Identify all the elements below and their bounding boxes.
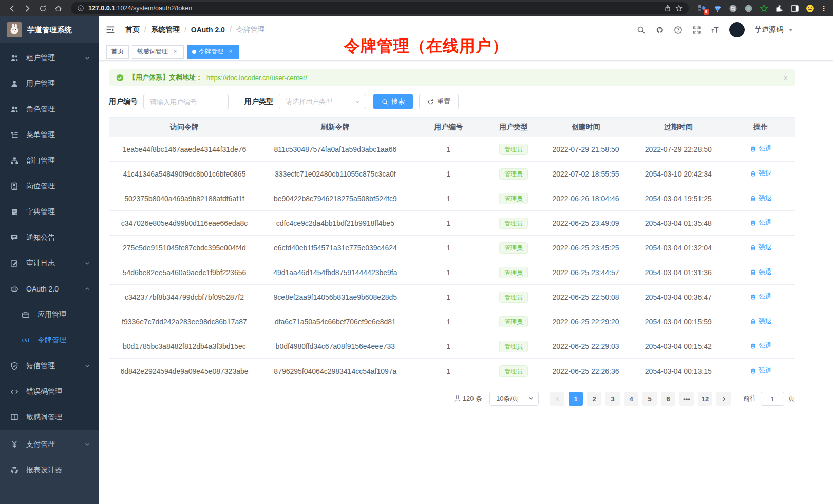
sidebar-item-sensitive-word[interactable]: 敏感词管理 bbox=[0, 404, 99, 430]
reset-button[interactable]: 重置 bbox=[419, 94, 459, 109]
address-bar[interactable]: 127.0.0.1:1024/system/oauth2/token bbox=[71, 2, 689, 14]
extension-green-dot-icon[interactable] bbox=[744, 4, 753, 13]
sidebar-item-report-designer[interactable]: 报表设计器 bbox=[0, 457, 99, 483]
sidebar-item-sms[interactable]: 短信管理 bbox=[0, 353, 99, 379]
force-logout-button[interactable]: 强退 bbox=[750, 218, 772, 227]
extension-gem-icon[interactable] bbox=[713, 4, 722, 13]
browser-forward-button[interactable] bbox=[21, 2, 34, 14]
browser-home-button[interactable] bbox=[51, 2, 65, 14]
sidebar-collapse-icon[interactable] bbox=[106, 24, 117, 35]
yen-icon bbox=[10, 440, 18, 449]
page-button-6[interactable]: 6 bbox=[661, 392, 675, 406]
bookmark-star-icon[interactable] bbox=[675, 5, 683, 12]
breadcrumb-item[interactable]: 首页 bbox=[125, 25, 140, 34]
browser-reload-button[interactable] bbox=[36, 2, 49, 14]
sidebar-item-dict[interactable]: 字典管理 bbox=[0, 199, 99, 225]
user-menu-caret-icon[interactable] bbox=[789, 29, 793, 31]
help-icon[interactable] bbox=[674, 26, 683, 34]
force-logout-button[interactable]: 强退 bbox=[750, 169, 772, 178]
force-logout-button[interactable]: 强退 bbox=[750, 317, 772, 326]
user-type-cell: 管理员 bbox=[486, 137, 541, 162]
sidebar-item-label: 报表设计器 bbox=[26, 466, 62, 475]
user-type-select[interactable]: 请选择用户类型 bbox=[279, 94, 366, 109]
donut-icon bbox=[10, 466, 18, 474]
page-size-select[interactable]: 10条/页 bbox=[489, 392, 539, 406]
page-button-1[interactable]: 1 bbox=[569, 392, 583, 406]
force-logout-button[interactable]: 强退 bbox=[750, 366, 772, 375]
profile-avatar-icon[interactable] bbox=[806, 4, 815, 13]
force-logout-button[interactable]: 强退 bbox=[750, 267, 772, 277]
sidebar-item-user[interactable]: 用户管理 bbox=[0, 71, 99, 96]
page-button-3[interactable]: 3 bbox=[605, 392, 620, 406]
user-type-cell: 管理员 bbox=[486, 334, 541, 359]
sidebar-item-menu[interactable]: 菜单管理 bbox=[0, 122, 99, 148]
tab-令牌管理[interactable]: 令牌管理 bbox=[187, 45, 239, 59]
tab-敏感词管理[interactable]: 敏感词管理 bbox=[132, 45, 184, 59]
sidebar-bottom-section: 支付管理报表设计器 bbox=[0, 430, 99, 504]
page-button-•••[interactable]: ••• bbox=[679, 392, 694, 406]
force-logout-button[interactable]: 强退 bbox=[750, 243, 772, 252]
extension-green-star-icon[interactable] bbox=[760, 4, 768, 13]
sidebar-header[interactable]: 芋道管理系统 bbox=[0, 16, 99, 43]
sidebar-item-post[interactable]: 岗位管理 bbox=[0, 173, 99, 199]
next-page-button[interactable] bbox=[716, 392, 731, 406]
share-icon[interactable] bbox=[664, 5, 671, 12]
sidebar-item-role[interactable]: 角色管理 bbox=[0, 96, 99, 122]
force-logout-label: 强退 bbox=[759, 267, 772, 277]
chevron-down-icon bbox=[84, 441, 90, 448]
table-row: c347026e805e4d99b0d116eae66eda8ccdfc4ce9… bbox=[109, 211, 795, 236]
created-cell: 2022-06-25 23:45:25 bbox=[541, 236, 631, 260]
sidebar-item-label: 短信管理 bbox=[26, 361, 55, 371]
browser-menu-icon[interactable] bbox=[820, 4, 828, 12]
sidebar-item-label: 错误码管理 bbox=[26, 387, 62, 396]
page-button-5[interactable]: 5 bbox=[642, 392, 657, 406]
sidebar-item-dept[interactable]: 部门管理 bbox=[0, 148, 99, 173]
goto-page-input[interactable] bbox=[761, 392, 784, 406]
tab-label: 首页 bbox=[111, 47, 124, 56]
search-button[interactable]: 搜索 bbox=[373, 94, 413, 109]
page-button-2[interactable]: 2 bbox=[587, 392, 601, 406]
created-cell: 2022-06-25 22:26:36 bbox=[541, 359, 631, 383]
font-size-icon[interactable] bbox=[711, 26, 720, 34]
user-id-input[interactable] bbox=[143, 94, 229, 109]
page-button-12[interactable]: 12 bbox=[698, 392, 712, 406]
breadcrumb-item[interactable]: OAuth 2.0 bbox=[180, 26, 225, 34]
user-id-cell: 1 bbox=[411, 309, 486, 334]
fullscreen-icon[interactable] bbox=[692, 26, 701, 34]
access-cell: 1ea5e44f8bc1467aaede43144f31de76 bbox=[109, 137, 260, 162]
user-avatar[interactable] bbox=[729, 22, 745, 37]
force-logout-label: 强退 bbox=[759, 193, 772, 203]
sidebar-item-pay[interactable]: 支付管理 bbox=[0, 432, 99, 457]
tab-close-icon[interactable] bbox=[227, 48, 234, 55]
sidebar-item-audit-log[interactable]: 审计日志 bbox=[0, 250, 99, 276]
username[interactable]: 芋道源码 bbox=[754, 25, 783, 34]
page-info-icon[interactable] bbox=[77, 5, 84, 12]
chevron-up-icon bbox=[84, 286, 90, 292]
code-icon bbox=[10, 387, 18, 396]
browser-back-button[interactable] bbox=[5, 2, 18, 14]
sidebar-item-notice[interactable]: 通知公告 bbox=[0, 225, 99, 250]
breadcrumb-item[interactable]: 系统管理 bbox=[140, 25, 180, 34]
sidebar-panel-icon[interactable] bbox=[790, 4, 799, 13]
force-logout-button[interactable]: 强退 bbox=[750, 193, 772, 203]
extensions-puzzle-icon[interactable] bbox=[775, 4, 784, 13]
page-button-4[interactable]: 4 bbox=[624, 392, 638, 406]
refresh-cell: 811c530487574fa0af1a59d3abc1aa66 bbox=[260, 137, 411, 162]
sidebar-item-oauth2-token[interactable]: 令牌管理 bbox=[0, 327, 99, 353]
search-icon[interactable] bbox=[637, 26, 646, 34]
sidebar-item-oauth2[interactable]: OAuth 2.0 bbox=[0, 276, 99, 302]
prev-page-button[interactable] bbox=[550, 392, 564, 406]
tab-首页[interactable]: 首页 bbox=[106, 45, 129, 59]
force-logout-button[interactable]: 强退 bbox=[750, 341, 772, 351]
sidebar-item-oauth2-app[interactable]: 应用管理 bbox=[0, 302, 99, 327]
force-logout-button[interactable]: 强退 bbox=[750, 292, 772, 301]
extension-gray-circle-icon[interactable] bbox=[729, 4, 737, 13]
alert-close-icon[interactable] bbox=[783, 73, 788, 82]
doc-link[interactable]: https://doc.iocoder.cn/user-center/ bbox=[206, 74, 307, 82]
force-logout-button[interactable]: 强退 bbox=[750, 144, 772, 153]
sidebar-item-error-code[interactable]: 错误码管理 bbox=[0, 379, 99, 404]
extension-squares-icon[interactable]: 9 bbox=[698, 4, 707, 13]
github-icon[interactable] bbox=[655, 26, 664, 34]
sidebar-item-tenant[interactable]: 租户管理 bbox=[0, 45, 99, 71]
tab-close-icon[interactable] bbox=[172, 48, 179, 55]
